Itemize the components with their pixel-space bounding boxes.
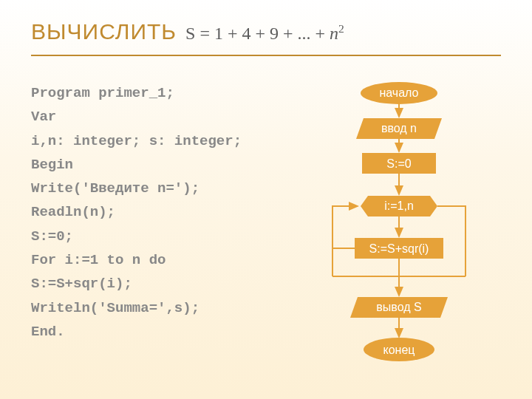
flow-end-label: конец [383, 344, 415, 356]
loop-back-arrow [332, 206, 358, 248]
flow-loop-label: i:=1,n [384, 200, 414, 212]
header: ВЫЧИСЛИТЬ S = 1 + 4 + 9 + ... + n2 [31, 19, 344, 44]
flow-output-label: вывод S [376, 301, 421, 313]
flow-init-label: S:=0 [386, 157, 411, 170]
flow-body-label: S:=S+sqr(i) [369, 242, 429, 255]
flow-input-label: ввод n [381, 122, 417, 134]
page-title: ВЫЧИСЛИТЬ [31, 19, 177, 44]
formula: S = 1 + 4 + 9 + ... + n2 [185, 22, 344, 44]
flow-start-label: начало [379, 86, 418, 99]
flowchart: начало ввод n S:=0 i:=1,n S:=S+sqr(i) вы… [281, 80, 517, 390]
code-listing: Program primer_1; Var i,n: integer; s: i… [31, 81, 242, 344]
title-divider [31, 55, 501, 56]
